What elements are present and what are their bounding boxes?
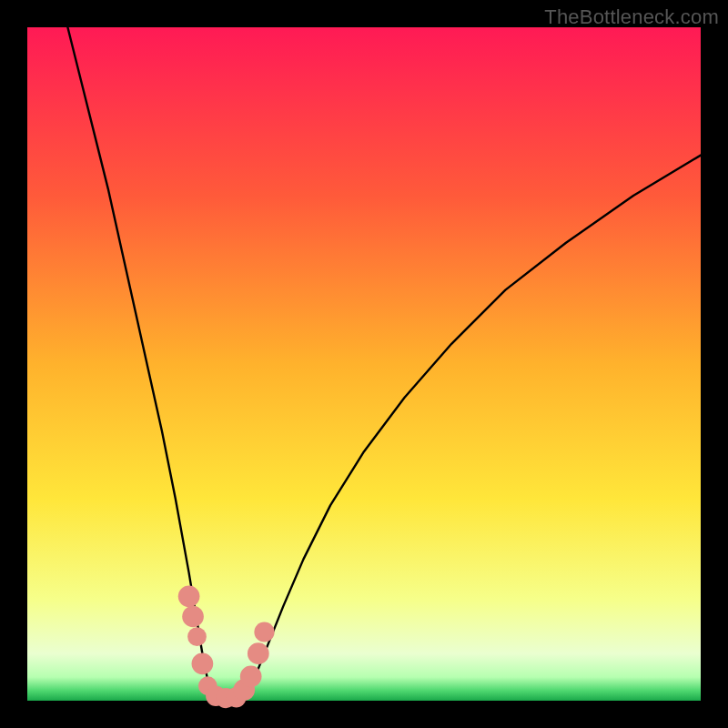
data-marker (182, 606, 204, 628)
data-marker (248, 642, 269, 664)
chart-container: TheBottleneck.com (0, 0, 728, 728)
plot-background (27, 27, 701, 701)
data-marker (178, 585, 200, 607)
data-marker (192, 652, 214, 674)
data-marker (254, 622, 274, 642)
data-marker (187, 627, 207, 646)
data-marker (240, 666, 262, 688)
bottleneck-curve-chart (0, 0, 728, 728)
